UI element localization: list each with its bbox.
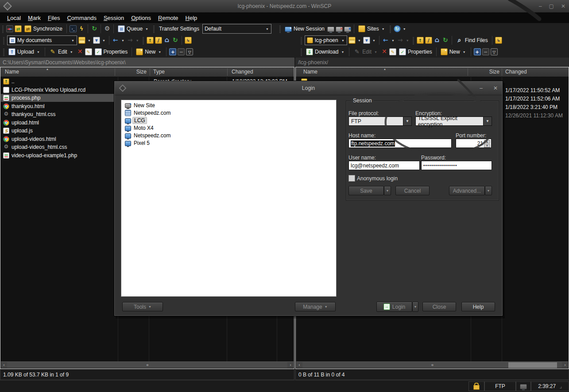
rename-icon[interactable] — [389, 48, 396, 55]
save-button[interactable]: Save — [348, 186, 384, 195]
menu-options[interactable]: Options — [128, 13, 155, 23]
download-button[interactable]: Download▼ — [305, 47, 346, 57]
col-name[interactable]: Name — [303, 69, 317, 75]
console-icon[interactable] — [70, 25, 77, 32]
new-site-icon[interactable] — [125, 103, 131, 108]
site-item-netspeedz-com[interactable]: Netspeedz.com — [121, 109, 336, 116]
site-item-pixel-5[interactable]: Pixel 5 — [121, 139, 336, 147]
chevron-down-icon[interactable]: ▼ — [69, 50, 74, 54]
download-icon[interactable] — [306, 48, 313, 55]
session-refresh-icon[interactable] — [91, 25, 98, 32]
edit-button[interactable]: Edit▼ — [352, 47, 379, 57]
workspace-refresh-icon[interactable] — [394, 25, 401, 32]
root-folder-icon[interactable] — [425, 37, 432, 44]
open-folder-icon[interactable] — [348, 37, 356, 44]
remote-horizontal-scrollbar[interactable]: ‹ ‹› › — [296, 361, 568, 368]
col-type[interactable]: Type — [153, 69, 165, 75]
chevron-down-icon[interactable]: ▼ — [340, 50, 345, 54]
menu-files[interactable]: Files — [44, 13, 63, 23]
tools-button[interactable]: Tools▼ — [122, 302, 163, 311]
workspace-icon[interactable] — [125, 110, 131, 116]
chevron-down-icon[interactable]: ▼ — [403, 117, 411, 125]
scroll-right-icon[interactable]: › — [287, 362, 294, 368]
refresh-icon[interactable] — [172, 37, 179, 44]
host-name-input[interactable]: ftp.netspeedz.com — [348, 139, 452, 148]
chevron-down-icon[interactable]: ▼ — [70, 39, 76, 42]
forward-arrow-icon[interactable] — [127, 37, 134, 44]
css-gear-icon[interactable] — [3, 144, 9, 150]
user-name-input[interactable]: lcg@netspeedz.com — [348, 161, 420, 170]
chevron-down-icon[interactable]: ▼ — [391, 39, 395, 42]
anonymous-login-checkbox[interactable] — [348, 175, 355, 182]
chevron-down-icon[interactable]: ▼ — [483, 117, 492, 125]
chevron-down-icon[interactable]: ▼ — [144, 27, 149, 31]
col-size[interactable]: Size — [118, 69, 147, 75]
new-session-button[interactable]: New Session — [283, 24, 326, 34]
site-item-new-site[interactable]: New Site — [121, 101, 336, 109]
upload-icon[interactable] — [8, 48, 15, 55]
delete-icon[interactable] — [77, 48, 84, 55]
console-run-icon[interactable] — [78, 25, 85, 32]
doc-icon[interactable] — [3, 87, 9, 93]
sites-button[interactable]: Sites▼ — [357, 24, 387, 34]
open-folder-icon[interactable] — [78, 37, 85, 44]
lcg-phoen-combo[interactable]: lcg-phoen▼ — [305, 35, 347, 45]
new-button[interactable]: New▼ — [135, 47, 163, 57]
minimize-button[interactable]: – — [539, 3, 542, 9]
properties-icon[interactable] — [95, 48, 102, 55]
properties-button[interactable]: Properties — [398, 47, 434, 57]
col-size[interactable]: Size — [471, 69, 499, 75]
sites-folder-icon[interactable] — [358, 25, 365, 32]
close-button[interactable]: ✕ — [561, 3, 565, 9]
save-dropdown-button[interactable]: ▼ — [384, 186, 391, 195]
filter-box-icon[interactable] — [186, 48, 193, 55]
menu-mark[interactable]: Mark — [24, 13, 44, 23]
dialog-close-button[interactable]: ✕ — [493, 85, 498, 91]
find-files-button[interactable]: Find Files — [455, 35, 489, 45]
menu-remote[interactable]: Remote — [155, 13, 182, 23]
root-folder-icon[interactable] — [155, 37, 162, 44]
chrome-icon[interactable] — [3, 136, 9, 142]
synchronize-icon[interactable] — [24, 25, 31, 32]
default-combo[interactable]: Default▼ — [202, 24, 271, 34]
js-icon[interactable] — [3, 128, 9, 134]
chevron-down-icon[interactable]: ▼ — [157, 50, 162, 54]
chevron-down-icon[interactable]: ▼ — [381, 27, 386, 31]
chevron-down-icon[interactable]: ▼ — [264, 27, 270, 31]
synchronize-button[interactable]: Synchronize — [23, 24, 64, 34]
preferences-icon[interactable] — [104, 25, 111, 32]
remove-box-icon[interactable] — [482, 48, 489, 55]
up-folder-icon[interactable] — [417, 37, 424, 44]
rename-icon[interactable] — [85, 48, 92, 55]
refresh-icon[interactable] — [442, 37, 449, 44]
new-button[interactable]: New▼ — [439, 47, 468, 57]
duplicate-session-icon[interactable] — [327, 27, 334, 32]
new-folder-icon[interactable] — [441, 48, 448, 55]
site-item-netspeedz-com[interactable]: Netspeedz.com — [121, 132, 336, 139]
resize-grip-icon[interactable]: ⌟ — [559, 383, 562, 389]
chevron-down-icon[interactable]: ▼ — [101, 39, 106, 42]
up-dir-icon[interactable] — [3, 78, 9, 85]
chevron-down-icon[interactable]: ▼ — [87, 39, 92, 42]
chevron-down-icon[interactable]: ▼ — [372, 39, 376, 42]
chevron-down-icon[interactable]: ▼ — [120, 39, 125, 42]
site-item-moto-x4[interactable]: Moto X4 — [121, 124, 336, 132]
edit-pencil-icon[interactable] — [49, 48, 56, 55]
filter-icon[interactable] — [93, 37, 100, 44]
home-icon[interactable] — [434, 37, 441, 44]
local-column-headers[interactable]: Name Size Type Changed ▲ — [0, 67, 294, 77]
php-icon[interactable] — [3, 95, 9, 101]
close-dialog-button[interactable]: Close — [422, 302, 456, 311]
site-monitor-icon[interactable] — [125, 118, 131, 124]
menu-commands[interactable]: Commands — [63, 13, 100, 23]
menu-help[interactable]: Help — [182, 13, 201, 23]
site-monitor-icon[interactable] — [125, 126, 131, 131]
site-monitor-icon[interactable] — [125, 141, 131, 146]
spin-up-icon[interactable]: ▲ — [484, 140, 490, 144]
remote-file-changed[interactable]: 12/26/2021 11:12:30 AM — [505, 112, 568, 120]
commander-icon[interactable] — [6, 25, 13, 32]
add-box-icon[interactable] — [474, 48, 481, 55]
chevron-down-icon[interactable]: ▼ — [373, 50, 378, 54]
advanced-button[interactable]: Advanced... — [449, 186, 485, 195]
col-name[interactable]: Name — [5, 69, 19, 75]
